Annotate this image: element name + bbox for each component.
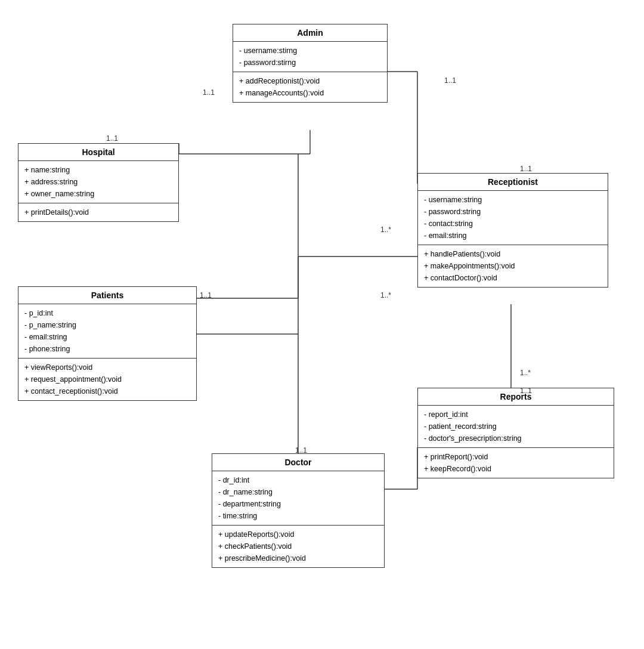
receptionist-method-3: + contactDoctor():void xyxy=(424,272,602,284)
patients-method-2: + request_appointment():void xyxy=(24,373,190,385)
receptionist-attributes: - username:string - password:string - co… xyxy=(418,191,608,245)
patients-attr-2: - p_name:string xyxy=(24,319,190,331)
mult-doctor-1: 1..1 xyxy=(295,446,307,455)
receptionist-method-1: + handlePatients():void xyxy=(424,248,602,260)
hospital-methods: + printDetails():void xyxy=(18,203,178,221)
admin-title: Admin xyxy=(233,24,387,42)
mult-admin-recep-1: 1..1 xyxy=(444,76,456,85)
admin-attr-1: - username:stirng xyxy=(239,45,381,57)
reports-methods: + printReport():void + keepRecord():void xyxy=(418,448,614,478)
reports-class: Reports - report_id:int - patient_record… xyxy=(417,388,614,478)
receptionist-class: Receptionist - username:string - passwor… xyxy=(417,173,608,288)
doctor-attributes: - dr_id:int - dr_name:string - departmen… xyxy=(212,471,384,526)
doctor-attr-2: - dr_name:string xyxy=(218,486,378,498)
uml-diagram: Admin - username:stirng - password:stirn… xyxy=(0,0,644,649)
mult-admin-hospital-1: 1..1 xyxy=(203,88,215,97)
doctor-methods: + updateReports():void + checkPatients()… xyxy=(212,526,384,567)
receptionist-method-2: + makeAppointments():void xyxy=(424,260,602,272)
receptionist-title: Receptionist xyxy=(418,174,608,191)
hospital-attr-1: + name:string xyxy=(24,164,172,176)
hospital-attr-2: + address:string xyxy=(24,176,172,188)
reports-title: Reports xyxy=(418,388,614,406)
mult-admin-hospital-2: 1..1 xyxy=(106,134,118,143)
patients-title: Patients xyxy=(18,287,196,304)
doctor-class: Doctor - dr_id:int - dr_name:string - de… xyxy=(212,453,385,568)
admin-methods: + addReceptionist():void + manageAccount… xyxy=(233,72,387,102)
receptionist-methods: + handlePatients():void + makeAppointmen… xyxy=(418,245,608,287)
mult-recep-patients-2: 1..1 xyxy=(200,291,212,299)
patients-attr-1: - p_id:int xyxy=(24,307,190,319)
mult-admin-recep-2: 1..1 xyxy=(520,165,532,173)
doctor-method-2: + checkPatients():void xyxy=(218,540,378,552)
receptionist-attr-3: - contact:string xyxy=(424,218,602,230)
doctor-method-1: + updateReports():void xyxy=(218,529,378,540)
receptionist-attr-4: - email:string xyxy=(424,230,602,242)
doctor-attr-3: - department:string xyxy=(218,498,378,510)
patients-class: Patients - p_id:int - p_name:string - em… xyxy=(18,286,197,401)
mult-recep-patients-3: 1..* xyxy=(380,291,391,299)
hospital-title: Hospital xyxy=(18,144,178,161)
reports-attr-1: - report_id:int xyxy=(424,409,608,421)
doctor-method-3: + prescribeMedicine():void xyxy=(218,552,378,564)
receptionist-attr-2: - password:string xyxy=(424,206,602,218)
admin-class: Admin - username:stirng - password:stirn… xyxy=(233,24,388,103)
mult-recep-patients-1: 1..* xyxy=(380,225,391,234)
admin-method-2: + manageAccounts():void xyxy=(239,87,381,99)
hospital-attr-3: + owner_name:string xyxy=(24,188,172,200)
receptionist-attr-1: - username:string xyxy=(424,194,602,206)
doctor-attr-4: - time:string xyxy=(218,510,378,522)
hospital-class: Hospital + name:string + address:string … xyxy=(18,143,179,222)
mult-recep-reports-2: 1..1 xyxy=(520,387,532,395)
doctor-attr-1: - dr_id:int xyxy=(218,474,378,486)
hospital-attributes: + name:string + address:string + owner_n… xyxy=(18,161,178,203)
reports-attr-2: - patient_record:string xyxy=(424,421,608,432)
reports-method-2: + keepRecord():void xyxy=(424,463,608,475)
admin-attr-2: - password:stirng xyxy=(239,57,381,69)
patients-method-3: + contact_receptionist():void xyxy=(24,385,190,397)
patients-methods: + viewReports():void + request_appointme… xyxy=(18,359,196,400)
reports-attr-3: - doctor's_presecription:string xyxy=(424,432,608,444)
patients-attributes: - p_id:int - p_name:string - email:strin… xyxy=(18,304,196,359)
hospital-method-1: + printDetails():void xyxy=(24,206,172,218)
mult-recep-reports-1: 1..* xyxy=(520,369,531,377)
reports-attributes: - report_id:int - patient_record:string … xyxy=(418,406,614,448)
reports-method-1: + printReport():void xyxy=(424,451,608,463)
doctor-title: Doctor xyxy=(212,454,384,471)
admin-method-1: + addReceptionist():void xyxy=(239,75,381,87)
admin-attributes: - username:stirng - password:stirng xyxy=(233,42,387,72)
patients-method-1: + viewReports():void xyxy=(24,361,190,373)
patients-attr-4: - phone:string xyxy=(24,343,190,355)
patients-attr-3: - email:string xyxy=(24,331,190,343)
